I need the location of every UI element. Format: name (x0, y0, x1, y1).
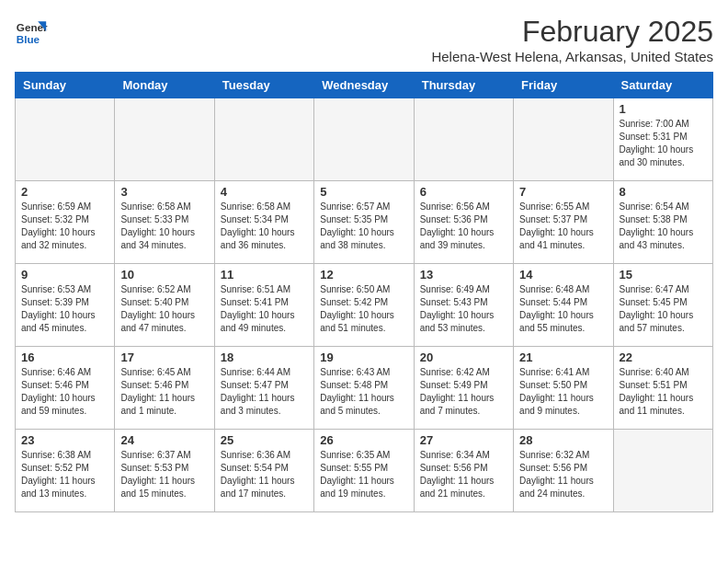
calendar-week-5: 23Sunrise: 6:38 AMSunset: 5:52 PMDayligh… (16, 430, 713, 512)
day-number: 4 (221, 185, 308, 199)
day-number: 22 (620, 350, 707, 364)
day-number: 28 (519, 433, 607, 447)
day-number: 23 (21, 433, 108, 447)
day-number: 14 (519, 268, 607, 282)
page-header: General Blue February 2025 Helena-West H… (15, 15, 713, 64)
day-number: 25 (221, 433, 308, 447)
weekday-header-saturday: Saturday (613, 73, 712, 98)
day-info: Sunrise: 6:58 AMSunset: 5:33 PMDaylight:… (120, 201, 208, 252)
calendar-cell (214, 98, 313, 181)
day-number: 15 (620, 268, 707, 282)
day-number: 21 (519, 350, 607, 364)
calendar-cell: 23Sunrise: 6:38 AMSunset: 5:52 PMDayligh… (16, 430, 115, 512)
calendar-cell: 6Sunrise: 6:56 AMSunset: 5:36 PMDaylight… (414, 181, 513, 264)
day-info: Sunrise: 6:54 AMSunset: 5:38 PMDaylight:… (620, 201, 707, 252)
day-number: 6 (420, 185, 507, 199)
day-info: Sunrise: 6:35 AMSunset: 5:55 PMDaylight:… (320, 449, 407, 500)
day-number: 9 (21, 268, 108, 282)
day-info: Sunrise: 6:59 AMSunset: 5:32 PMDaylight:… (21, 201, 108, 252)
calendar-cell: 2Sunrise: 6:59 AMSunset: 5:32 PMDaylight… (16, 181, 115, 264)
day-number: 5 (320, 185, 407, 199)
day-info: Sunrise: 6:40 AMSunset: 5:51 PMDaylight:… (620, 366, 707, 418)
calendar-week-4: 16Sunrise: 6:46 AMSunset: 5:46 PMDayligh… (16, 347, 713, 430)
day-info: Sunrise: 6:48 AMSunset: 5:44 PMDaylight:… (519, 283, 607, 335)
day-number: 3 (120, 185, 208, 199)
day-info: Sunrise: 6:52 AMSunset: 5:40 PMDaylight:… (120, 283, 208, 335)
calendar-cell (115, 98, 214, 181)
day-number: 26 (320, 433, 407, 447)
calendar-week-3: 9Sunrise: 6:53 AMSunset: 5:39 PMDaylight… (16, 264, 713, 347)
day-info: Sunrise: 6:38 AMSunset: 5:52 PMDaylight:… (21, 449, 108, 500)
day-number: 13 (420, 268, 507, 282)
svg-text:Blue: Blue (17, 33, 40, 45)
day-info: Sunrise: 6:47 AMSunset: 5:45 PMDaylight:… (620, 283, 707, 335)
day-info: Sunrise: 6:32 AMSunset: 5:56 PMDaylight:… (519, 449, 607, 500)
weekday-header-sunday: Sunday (16, 73, 115, 98)
day-number: 16 (21, 350, 108, 364)
calendar-cell (16, 98, 115, 181)
weekday-header-monday: Monday (115, 73, 214, 98)
calendar-cell (314, 98, 414, 181)
calendar-cell: 22Sunrise: 6:40 AMSunset: 5:51 PMDayligh… (613, 347, 712, 430)
day-info: Sunrise: 6:51 AMSunset: 5:41 PMDaylight:… (221, 283, 308, 335)
day-number: 18 (221, 350, 308, 364)
calendar-cell: 27Sunrise: 6:34 AMSunset: 5:56 PMDayligh… (414, 430, 513, 512)
day-number: 1 (620, 102, 707, 116)
day-info: Sunrise: 7:00 AMSunset: 5:31 PMDaylight:… (620, 118, 707, 169)
calendar-cell: 13Sunrise: 6:49 AMSunset: 5:43 PMDayligh… (414, 264, 513, 347)
calendar-cell: 17Sunrise: 6:45 AMSunset: 5:46 PMDayligh… (115, 347, 214, 430)
day-info: Sunrise: 6:43 AMSunset: 5:48 PMDaylight:… (320, 366, 407, 418)
day-number: 12 (320, 268, 407, 282)
day-info: Sunrise: 6:42 AMSunset: 5:49 PMDaylight:… (420, 366, 507, 418)
logo: General Blue (15, 15, 51, 48)
weekday-header-row: SundayMondayTuesdayWednesdayThursdayFrid… (16, 73, 713, 98)
calendar-cell: 1Sunrise: 7:00 AMSunset: 5:31 PMDaylight… (613, 98, 712, 181)
calendar-cell: 18Sunrise: 6:44 AMSunset: 5:47 PMDayligh… (214, 347, 313, 430)
day-info: Sunrise: 6:53 AMSunset: 5:39 PMDaylight:… (21, 283, 108, 335)
calendar-cell: 7Sunrise: 6:55 AMSunset: 5:37 PMDaylight… (514, 181, 613, 264)
day-info: Sunrise: 6:44 AMSunset: 5:47 PMDaylight:… (221, 366, 308, 418)
day-info: Sunrise: 6:50 AMSunset: 5:42 PMDaylight:… (320, 283, 407, 335)
calendar-cell: 11Sunrise: 6:51 AMSunset: 5:41 PMDayligh… (214, 264, 313, 347)
calendar-cell (613, 430, 712, 512)
calendar-week-1: 1Sunrise: 7:00 AMSunset: 5:31 PMDaylight… (16, 98, 713, 181)
day-number: 19 (320, 350, 407, 364)
calendar-cell: 8Sunrise: 6:54 AMSunset: 5:38 PMDaylight… (613, 181, 712, 264)
calendar-week-2: 2Sunrise: 6:59 AMSunset: 5:32 PMDaylight… (16, 181, 713, 264)
day-number: 11 (221, 268, 308, 282)
day-number: 24 (120, 433, 208, 447)
day-number: 7 (519, 185, 607, 199)
calendar-body: 1Sunrise: 7:00 AMSunset: 5:31 PMDaylight… (16, 98, 713, 512)
day-info: Sunrise: 6:55 AMSunset: 5:37 PMDaylight:… (519, 201, 607, 252)
weekday-header-thursday: Thursday (414, 73, 513, 98)
calendar-cell: 19Sunrise: 6:43 AMSunset: 5:48 PMDayligh… (314, 347, 414, 430)
day-info: Sunrise: 6:49 AMSunset: 5:43 PMDaylight:… (420, 283, 507, 335)
day-info: Sunrise: 6:58 AMSunset: 5:34 PMDaylight:… (221, 201, 308, 252)
calendar-cell: 24Sunrise: 6:37 AMSunset: 5:53 PMDayligh… (115, 430, 214, 512)
calendar-cell: 21Sunrise: 6:41 AMSunset: 5:50 PMDayligh… (514, 347, 613, 430)
calendar-cell (514, 98, 613, 181)
weekday-header-tuesday: Tuesday (214, 73, 313, 98)
day-number: 17 (120, 350, 208, 364)
day-number: 27 (420, 433, 507, 447)
day-info: Sunrise: 6:36 AMSunset: 5:54 PMDaylight:… (221, 449, 308, 500)
calendar-cell: 3Sunrise: 6:58 AMSunset: 5:33 PMDaylight… (115, 181, 214, 264)
calendar-cell: 15Sunrise: 6:47 AMSunset: 5:45 PMDayligh… (613, 264, 712, 347)
calendar-subtitle: Helena-West Helena, Arkansas, United Sta… (431, 49, 713, 64)
calendar-cell: 4Sunrise: 6:58 AMSunset: 5:34 PMDaylight… (214, 181, 313, 264)
day-info: Sunrise: 6:34 AMSunset: 5:56 PMDaylight:… (420, 449, 507, 500)
day-info: Sunrise: 6:45 AMSunset: 5:46 PMDaylight:… (120, 366, 208, 418)
calendar-cell: 26Sunrise: 6:35 AMSunset: 5:55 PMDayligh… (314, 430, 414, 512)
calendar-cell: 10Sunrise: 6:52 AMSunset: 5:40 PMDayligh… (115, 264, 214, 347)
calendar-title: February 2025 (431, 15, 713, 49)
weekday-header-wednesday: Wednesday (314, 73, 414, 98)
day-number: 2 (21, 185, 108, 199)
day-info: Sunrise: 6:41 AMSunset: 5:50 PMDaylight:… (519, 366, 607, 418)
calendar-cell: 16Sunrise: 6:46 AMSunset: 5:46 PMDayligh… (16, 347, 115, 430)
day-info: Sunrise: 6:46 AMSunset: 5:46 PMDaylight:… (21, 366, 108, 418)
title-area: February 2025 Helena-West Helena, Arkans… (431, 15, 713, 64)
day-number: 20 (420, 350, 507, 364)
calendar-cell: 5Sunrise: 6:57 AMSunset: 5:35 PMDaylight… (314, 181, 414, 264)
calendar-cell (414, 98, 513, 181)
day-info: Sunrise: 6:56 AMSunset: 5:36 PMDaylight:… (420, 201, 507, 252)
